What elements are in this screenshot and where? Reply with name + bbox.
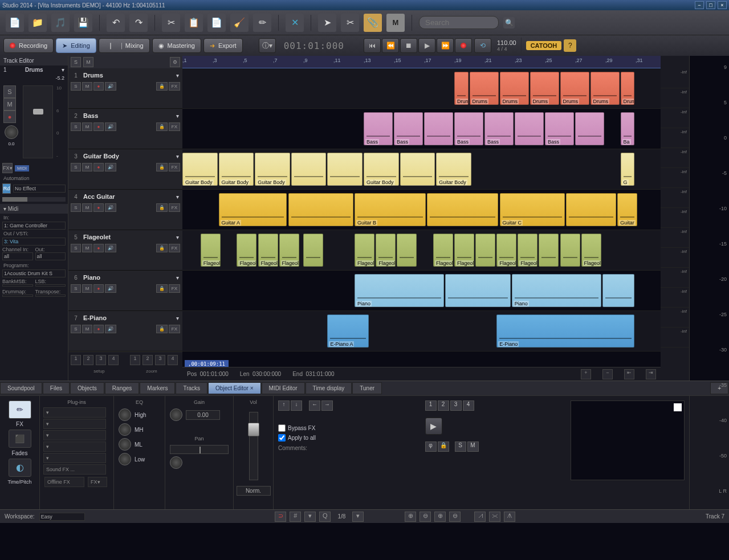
nav-right-icon[interactable]: ⇥ — [646, 369, 656, 379]
take-button-1[interactable]: 1 — [425, 400, 437, 411]
audio-clip[interactable]: G — [621, 153, 635, 186]
pointer-icon[interactable]: ➤ — [318, 14, 336, 32]
help-icon[interactable]: ? — [564, 39, 576, 52]
transpose-select[interactable] — [35, 295, 66, 297]
timeline[interactable]: ,1,3,5,7,9,11,13,15,17,19,21,23,25,27,29… — [182, 56, 661, 381]
marker-tool-icon[interactable]: 📎 — [364, 14, 382, 32]
tab-tuner[interactable]: Tuner — [352, 382, 382, 394]
eq-low-knob[interactable] — [119, 453, 131, 465]
track-mute-button[interactable]: M — [82, 284, 92, 293]
audio-clip[interactable]: Bass — [364, 112, 393, 145]
track-rec-button[interactable]: ● — [93, 284, 104, 293]
tab-ranges[interactable]: Ranges — [105, 382, 139, 394]
eq-high-knob[interactable] — [119, 408, 131, 421]
transport-forward-button[interactable]: ⏩ — [437, 38, 454, 53]
preview-play-button[interactable]: ▶ — [425, 418, 442, 435]
track-monitor-button[interactable]: 🔊 — [105, 82, 116, 91]
zoom-out-h-icon[interactable]: ⊖ — [449, 512, 461, 522]
solo-button[interactable]: S — [3, 85, 16, 98]
track-fx-button[interactable]: FX — [169, 82, 180, 91]
track-rec-button[interactable]: ● — [93, 163, 104, 171]
plugin-slot-4[interactable]: ▾ — [43, 442, 106, 452]
norm-button[interactable]: Norm. — [237, 486, 271, 496]
transport-stop-button[interactable]: ⏹ — [400, 38, 417, 53]
effect-select[interactable]: No Effect — [13, 185, 66, 193]
track-monitor-button[interactable]: 🔊 — [105, 122, 116, 131]
audio-clip[interactable]: Drums — [470, 72, 499, 105]
track-rec-button[interactable]: ● — [93, 82, 104, 91]
tempo-display[interactable]: 110.00 — [497, 39, 516, 46]
zoom-4[interactable]: 4 — [168, 355, 178, 365]
snap-value[interactable]: 1/8 — [334, 513, 349, 520]
audio-clip[interactable]: Flageol — [581, 234, 601, 267]
track-solo-button[interactable]: S — [71, 163, 81, 171]
track-lock-icon[interactable]: 🔒 — [156, 244, 168, 252]
midi-out-select[interactable]: 3: Vita — [2, 238, 66, 246]
minimize-button[interactable]: − — [695, 1, 704, 9]
maximize-button[interactable]: □ — [706, 1, 715, 9]
track-rec-button[interactable]: ● — [93, 325, 104, 333]
import-audio-icon[interactable]: 🎵 — [51, 14, 70, 32]
audio-clip[interactable]: Flageol — [433, 234, 453, 267]
save-icon[interactable]: 💾 — [74, 14, 92, 32]
track-mute-button[interactable]: M — [82, 244, 92, 252]
track-options-icon[interactable]: ⚙ — [170, 57, 180, 67]
track-editor-name[interactable]: Drums — [25, 67, 43, 73]
pan-knob[interactable] — [5, 125, 18, 139]
track-lock-icon[interactable]: 🔒 — [156, 82, 168, 91]
take-button-4[interactable]: 4 — [463, 400, 474, 411]
audio-clip[interactable] — [327, 153, 363, 186]
timeline-track-row[interactable]: Guitar BodyGuitar BodyGuitar BodyGuitar … — [182, 149, 661, 190]
chevron-down-icon[interactable]: ▾ — [176, 234, 179, 240]
audio-clip[interactable]: Drums — [530, 72, 559, 105]
zoom-minus-h[interactable]: − — [602, 369, 613, 379]
audio-clip[interactable]: E-Piano — [496, 314, 634, 348]
grid-icon[interactable]: # — [290, 512, 301, 522]
audio-clip[interactable]: Guitar A — [219, 193, 287, 226]
audio-clip[interactable]: Bass — [545, 112, 574, 145]
m-button[interactable]: M — [386, 14, 405, 32]
audio-clip[interactable]: Flageole — [237, 234, 256, 267]
timeline-track-row[interactable]: E-Piano AE-Piano — [182, 311, 661, 351]
tab-objects[interactable]: Objects — [70, 382, 104, 394]
track-monitor-button[interactable]: 🔊 — [105, 244, 116, 252]
oe-fx-button[interactable]: ✏ — [9, 400, 31, 419]
midi-in-select[interactable]: 1: Game Controller — [2, 222, 66, 230]
arrow-down-icon[interactable]: ↓ — [291, 400, 302, 411]
chevron-down-icon[interactable]: ▾ — [176, 72, 179, 79]
zoom-out-v-icon[interactable]: ⊖ — [420, 512, 431, 522]
audio-clip[interactable] — [575, 112, 604, 145]
tab-object-editor[interactable]: Object Editor × — [208, 382, 260, 394]
pan-knob-oe[interactable] — [170, 456, 182, 469]
export-mode-button[interactable]: ➜Export — [203, 38, 243, 53]
track-lock-icon[interactable]: 🔒 — [156, 284, 168, 293]
audio-clip[interactable]: Ba — [621, 112, 635, 145]
redo-icon[interactable]: ↷ — [129, 14, 148, 32]
mute-button[interactable]: M — [3, 98, 16, 111]
scissors-icon[interactable]: ✂ — [341, 14, 359, 32]
snap-dropdown-2[interactable]: ▾ — [352, 512, 364, 522]
chevron-down-icon[interactable]: ▾ — [176, 275, 179, 281]
track-rec-button[interactable]: ● — [93, 244, 104, 252]
track-item[interactable]: 6Piano▾ S M ● 🔊 🔒 FX — [68, 271, 182, 311]
track-monitor-button[interactable]: 🔊 — [105, 163, 116, 171]
timeline-track-row[interactable]: Drum_InDrumsDrumsDrumsDrumsDrumsDrum — [182, 68, 661, 109]
audio-clip[interactable]: Flageol — [279, 234, 299, 267]
audio-clip[interactable]: E-Piano A — [327, 314, 368, 348]
split-icon[interactable]: ✏ — [253, 14, 271, 32]
audio-clip[interactable] — [560, 234, 580, 267]
audio-clip[interactable]: Piano — [512, 274, 601, 307]
track-monitor-button[interactable]: 🔊 — [105, 284, 116, 293]
rec-arm-button[interactable]: ● — [3, 111, 16, 123]
magnet-icon[interactable]: ⊃ — [275, 512, 286, 522]
audio-clip[interactable]: Guitar C — [500, 193, 565, 226]
zoom-in-v-icon[interactable]: ⊕ — [405, 512, 416, 522]
track-mute-button[interactable]: M — [82, 163, 92, 171]
track-lock-icon[interactable]: 🔒 — [156, 325, 168, 333]
audio-clip[interactable]: Flageole — [496, 234, 516, 267]
timeline-track-row[interactable]: FlageolFlageoleFlageolFlageolFlageolFlag… — [182, 230, 661, 271]
lock-icon[interactable]: 🔒 — [438, 442, 449, 452]
timeline-track-row[interactable]: Guitar AGuitar BGuitar CGuitar — [182, 190, 661, 230]
info-button[interactable]: ⓘ▾ — [259, 38, 276, 53]
volume-fader[interactable] — [23, 85, 53, 158]
